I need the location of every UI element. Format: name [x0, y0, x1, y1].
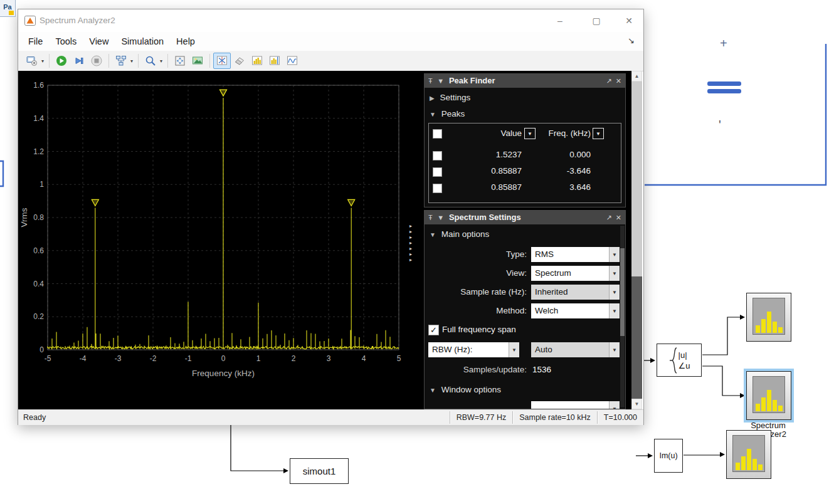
spectrum-scope-block-1[interactable] — [746, 293, 791, 342]
sample-rate-select-arrow-icon[interactable]: ▼ — [609, 285, 620, 300]
dock-arrow-icon[interactable]: ↘ — [628, 36, 635, 45]
eraser-button[interactable] — [231, 53, 248, 69]
peaks-section-header[interactable]: ▼ Peaks — [430, 109, 465, 118]
rbw-select-arrow-icon[interactable]: ▼ — [509, 342, 519, 357]
rbw-value-arrow-icon[interactable]: ▼ — [609, 342, 620, 357]
menu-simulation[interactable]: Simulation — [115, 34, 170, 49]
type-select-arrow-icon[interactable]: ▼ — [609, 247, 620, 262]
snapshot-button[interactable] — [189, 53, 206, 69]
collapse-icon[interactable]: ▼ — [437, 77, 444, 85]
menu-view[interactable]: View — [83, 34, 115, 49]
status-sim-time: T=10.000 — [597, 411, 643, 424]
pin-icon[interactable]: Ŧ — [428, 214, 433, 221]
spectrum-display-button[interactable] — [248, 53, 266, 69]
minimize-button[interactable]: – — [549, 13, 571, 28]
zoom-button[interactable] — [142, 53, 159, 69]
collapse-icon[interactable]: ▼ — [437, 214, 444, 221]
close-button[interactable]: ✕ — [618, 13, 640, 28]
rbw-value-select[interactable]: Auto — [531, 342, 609, 357]
model-hierarchy-button[interactable] — [112, 53, 130, 69]
peak-row-checkbox[interactable] — [433, 151, 442, 160]
collapsed-triangle-icon: ▶ — [430, 95, 435, 102]
freq-sort-dropdown-icon[interactable]: ▼ — [593, 128, 604, 139]
scope-config-button[interactable] — [23, 53, 41, 69]
menu-help[interactable]: Help — [170, 34, 201, 49]
svg-text:4: 4 — [362, 354, 366, 363]
type-select[interactable]: RMS — [531, 247, 609, 262]
spectrogram-display-button[interactable] — [266, 53, 283, 69]
svg-text:Frequency (kHz): Frequency (kHz) — [192, 369, 255, 378]
pin-icon[interactable]: Ŧ — [428, 77, 433, 85]
maximize-button[interactable]: ▢ — [586, 13, 607, 28]
svg-text:0: 0 — [221, 354, 226, 363]
view-select[interactable]: Spectrum — [531, 266, 609, 281]
spectrum-scope-block-2-selected[interactable] — [746, 371, 791, 420]
fit-to-view-icon — [174, 55, 186, 66]
svg-text:-5: -5 — [45, 354, 51, 363]
panel-scrollbar-thumb[interactable] — [620, 248, 625, 336]
view-select-arrow-icon[interactable]: ▼ — [609, 266, 620, 281]
title-bar[interactable]: Spectrum Analyzer2 – ▢ ✕ — [18, 9, 643, 32]
scope-config-dropdown-icon[interactable]: ▾ — [41, 58, 46, 64]
window-scrollbar[interactable]: ▲ ▼ — [631, 71, 642, 409]
spectrogram-display-icon — [269, 55, 280, 66]
spectrum-plot[interactable]: 00.20.40.60.811.21.41.6-5-4-3-2-1012345F… — [18, 71, 423, 409]
zoom-dropdown-icon[interactable]: ▾ — [159, 58, 164, 64]
run-button[interactable] — [53, 53, 70, 69]
expanded-triangle-icon: ▼ — [430, 231, 436, 238]
settings-section-label: Settings — [440, 93, 470, 102]
peak-finder-title-bar[interactable]: Ŧ ▼ Peak Finder ↗ ✕ — [425, 74, 625, 88]
step-forward-button[interactable] — [70, 53, 88, 69]
main-options-header[interactable]: ▼ Main options — [430, 229, 489, 239]
method-select-arrow-icon[interactable]: ▼ — [609, 303, 620, 318]
full-span-label: Full frequency span — [442, 325, 516, 334]
scrollbar-thumb[interactable] — [631, 81, 642, 276]
settings-section-header[interactable]: ▶ Settings — [430, 93, 470, 102]
model-hierarchy-dropdown-icon[interactable]: ▾ — [130, 58, 135, 64]
view-label: View: — [425, 268, 527, 278]
stop-button[interactable] — [88, 53, 105, 69]
sample-rate-select[interactable]: Inherited — [531, 285, 609, 300]
cursor-measurements-button[interactable] — [213, 53, 231, 69]
imag-block[interactable]: Im(u) — [654, 439, 683, 473]
spectrum-analyzer-window: Spectrum Analyzer2 – ▢ ✕ File Tools View… — [18, 9, 644, 425]
undock-icon[interactable]: ↗ — [606, 77, 611, 85]
window-options-header[interactable]: ▼ Window options — [430, 385, 501, 394]
status-ready: Ready — [18, 413, 46, 422]
svg-text:1.6: 1.6 — [33, 81, 44, 90]
method-select[interactable]: Welch — [531, 303, 609, 318]
select-all-checkbox[interactable] — [433, 129, 442, 139]
clipped-field-arrow-icon[interactable]: ▼ — [609, 401, 620, 409]
menu-file[interactable]: File — [22, 34, 49, 49]
spectrum-scope-block-3[interactable] — [726, 430, 771, 479]
complex-to-mag-angle-block[interactable]: |u| ∠u — [657, 344, 702, 377]
undock-icon[interactable]: ↗ — [606, 214, 611, 221]
peak-row-checkbox[interactable] — [433, 167, 442, 177]
fit-to-view-button[interactable] — [171, 53, 189, 69]
panel-close-icon[interactable]: ✕ — [616, 77, 621, 85]
simout-block[interactable]: simout1 — [290, 458, 349, 484]
mag-output-label: |u| — [679, 350, 687, 360]
panel-scrollbar[interactable] — [620, 226, 625, 407]
svg-text:0.8: 0.8 — [33, 213, 44, 222]
peak-row-checkbox[interactable] — [433, 184, 442, 193]
capacitor-plus-label: + — [720, 36, 727, 51]
panel-splitter-handle[interactable]: ▸▸▸▸▸▸▸ — [407, 223, 414, 263]
full-span-checkbox[interactable]: ✓ — [428, 325, 439, 335]
model-hierarchy-icon — [115, 55, 127, 66]
spectrum-settings-title-bar[interactable]: Ŧ ▼ Spectrum Settings ↗ ✕ — [425, 211, 625, 224]
svg-text:2: 2 — [292, 354, 296, 363]
scrollbar-track-shaded[interactable] — [631, 276, 642, 399]
rbw-select[interactable]: RBW (Hz): — [428, 342, 509, 357]
scroll-up-icon[interactable]: ▲ — [631, 71, 642, 81]
desktop-shortcut-icon[interactable]: Pa — [0, 0, 16, 17]
scope-screen — [732, 435, 765, 472]
desktop: { "taskbar_icon": {"label": "Pa"}, "wind… — [0, 0, 829, 504]
menu-tools[interactable]: Tools — [49, 34, 83, 49]
clipped-window-option-field[interactable] — [531, 401, 609, 409]
panel-close-icon[interactable]: ✕ — [616, 214, 621, 221]
waveform-display-button[interactable] — [283, 53, 301, 69]
spectrum-display-icon — [251, 55, 263, 66]
scroll-down-icon[interactable]: ▼ — [631, 399, 642, 409]
main-options-label: Main options — [441, 229, 490, 239]
